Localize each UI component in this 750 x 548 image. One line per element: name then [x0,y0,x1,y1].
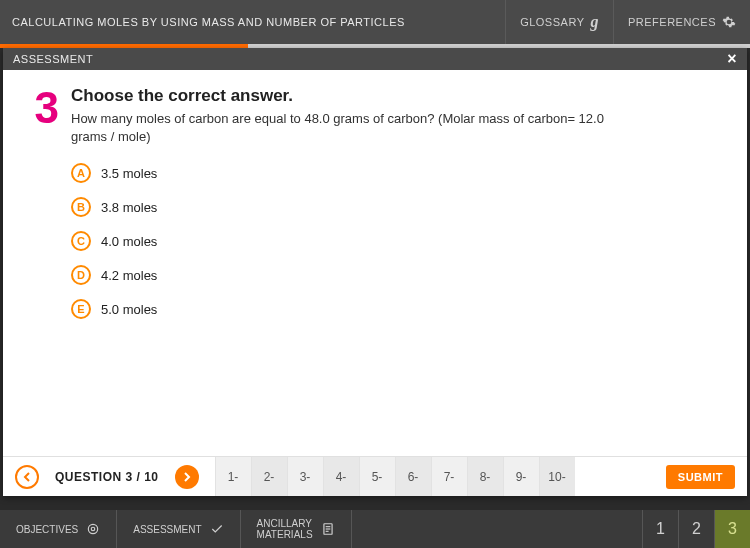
qtab-5[interactable]: 5- [359,457,395,496]
page-title: CALCULATING MOLES BY USING MASS AND NUMB… [0,9,505,35]
choice-text: 4.0 moles [101,234,157,249]
qtab-6[interactable]: 6- [395,457,431,496]
question-number: 3 [23,86,71,446]
choice-list: A 3.5 moles B 3.8 moles C 4.0 moles D 4.… [71,163,727,319]
choice-text: 5.0 moles [101,302,157,317]
check-icon [210,522,224,536]
page-2[interactable]: 2 [678,510,714,548]
question-text: How many moles of carbon are equal to 48… [71,110,631,145]
assessment-label: ASSESSMENT [133,524,201,535]
choice-text: 3.8 moles [101,200,157,215]
choice-letter: B [71,197,91,217]
submit-button[interactable]: SUBMIT [666,465,735,489]
question-nav: QUESTION 3 / 10 1- 2- 3- 4- 5- 6- 7- 8- … [3,456,747,496]
objectives-tab[interactable]: OBJECTIVES [0,510,117,548]
close-icon[interactable]: × [727,50,737,68]
prev-button[interactable] [15,465,39,489]
choice-b[interactable]: B 3.8 moles [71,197,727,217]
choice-d[interactable]: D 4.2 moles [71,265,727,285]
target-icon [86,522,100,536]
document-icon [321,522,335,536]
qtab-9[interactable]: 9- [503,457,539,496]
chevron-left-icon [22,472,32,482]
question-title: Choose the correct answer. [71,86,727,106]
qtab-10[interactable]: 10- [539,457,575,496]
ancillary-label: ANCILLARY MATERIALS [257,518,313,540]
choice-a[interactable]: A 3.5 moles [71,163,727,183]
qtab-2[interactable]: 2- [251,457,287,496]
qtab-4[interactable]: 4- [323,457,359,496]
choice-c[interactable]: C 4.0 moles [71,231,727,251]
choice-letter: E [71,299,91,319]
glossary-label: GLOSSARY [520,16,584,28]
panel-title: ASSESSMENT [13,53,93,65]
choice-e[interactable]: E 5.0 moles [71,299,727,319]
choice-letter: C [71,231,91,251]
qtab-7[interactable]: 7- [431,457,467,496]
choice-text: 4.2 moles [101,268,157,283]
glossary-icon: g [590,13,599,31]
glossary-button[interactable]: GLOSSARY g [505,0,613,44]
qtab-1[interactable]: 1- [215,457,251,496]
svg-point-0 [89,524,98,533]
qtab-8[interactable]: 8- [467,457,503,496]
assessment-tab[interactable]: ASSESSMENT [117,510,240,548]
question-content: Choose the correct answer. How many mole… [71,86,727,446]
svg-point-1 [92,527,96,531]
objectives-label: OBJECTIVES [16,524,78,535]
page-3[interactable]: 3 [714,510,750,548]
qtab-3[interactable]: 3- [287,457,323,496]
ancillary-tab[interactable]: ANCILLARY MATERIALS [241,510,352,548]
assessment-panel: ASSESSMENT × 3 Choose the correct answer… [3,48,747,496]
topbar-right: GLOSSARY g PREFERENCES [505,0,750,44]
preferences-label: PREFERENCES [628,16,716,28]
question-tabs: 1- 2- 3- 4- 5- 6- 7- 8- 9- 10- [215,457,658,496]
preferences-button[interactable]: PREFERENCES [613,0,750,44]
gear-icon [722,15,736,29]
panel-header: ASSESSMENT × [3,48,747,70]
question-body: 3 Choose the correct answer. How many mo… [3,70,747,456]
top-bar: CALCULATING MOLES BY USING MASS AND NUMB… [0,0,750,44]
chevron-right-icon [182,472,192,482]
choice-letter: A [71,163,91,183]
choice-letter: D [71,265,91,285]
next-button[interactable] [175,465,199,489]
question-counter: QUESTION 3 / 10 [55,470,159,484]
page-1[interactable]: 1 [642,510,678,548]
choice-text: 3.5 moles [101,166,157,181]
bottom-bar: OBJECTIVES ASSESSMENT ANCILLARY MATERIAL… [0,510,750,548]
